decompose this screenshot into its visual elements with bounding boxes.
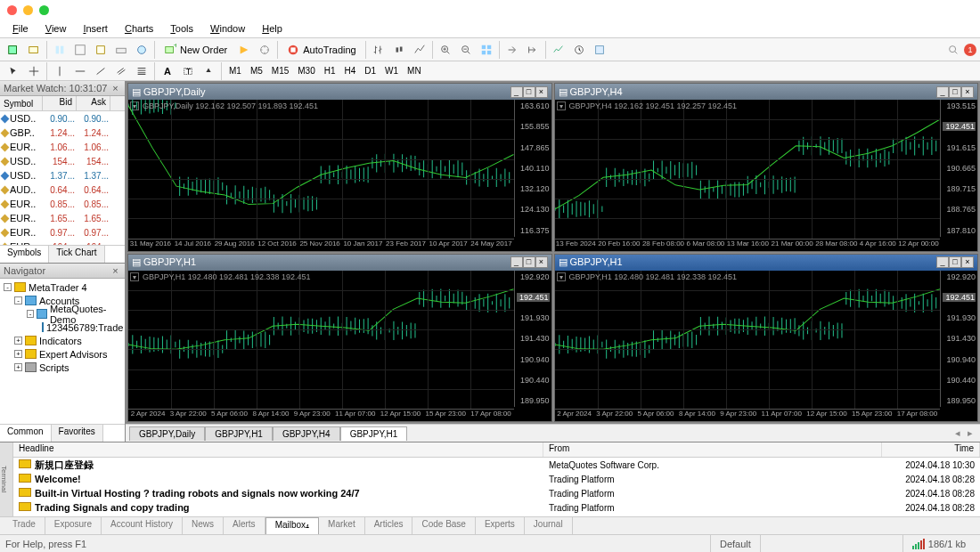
minimize-icon[interactable]: _: [510, 256, 523, 268]
arrows-icon[interactable]: [199, 61, 218, 81]
tree-item[interactable]: +Indicators: [2, 334, 123, 347]
close-dot[interactable]: [7, 5, 17, 15]
chart-canvas[interactable]: ▾ GBPJPY,Daily 192.162 192.507 191.893 1…: [128, 100, 551, 251]
col-bid[interactable]: Bid: [43, 96, 77, 110]
menu-tools[interactable]: Tools: [163, 21, 200, 36]
mail-row[interactable]: Trading Signals and copy tradingTrading …: [13, 500, 980, 515]
bar-chart-icon[interactable]: [369, 40, 388, 60]
chart-tab[interactable]: GBPJPY,H4: [273, 426, 340, 441]
terminal-list[interactable]: 新規口座登録MetaQuotes Software Corp.2024.04.1…: [13, 458, 980, 516]
notification-badge[interactable]: 1: [964, 44, 976, 56]
horizontal-line-icon[interactable]: [70, 61, 90, 81]
maximize-dot[interactable]: [39, 5, 49, 15]
minimize-icon[interactable]: _: [936, 86, 949, 98]
chart-canvas[interactable]: ▾ GBPJPY,H4 192.162 192.451 192.257 192.…: [555, 100, 978, 251]
cursor-icon[interactable]: [4, 61, 23, 81]
col-symbol[interactable]: Symbol: [0, 96, 43, 110]
symbol-row[interactable]: USD..0.90...0.90...: [0, 111, 125, 126]
navigator-tree[interactable]: -MetaTrader 4-Accounts-MetaQuotes-Demo12…: [0, 279, 125, 424]
terminal-tab-alerts[interactable]: Alerts: [224, 517, 265, 534]
minimize-icon[interactable]: _: [936, 256, 949, 268]
close-icon[interactable]: ×: [110, 83, 121, 93]
tree-item[interactable]: +Expert Advisors: [2, 347, 123, 361]
indicators-icon[interactable]: [549, 40, 568, 60]
channel-icon[interactable]: [111, 61, 131, 81]
col-headline[interactable]: Headline: [13, 442, 543, 457]
status-profile[interactable]: Default: [710, 535, 760, 552]
terminal-tab-market[interactable]: Market: [319, 517, 365, 534]
tile-windows-icon[interactable]: [477, 40, 496, 60]
zoom-out-icon[interactable]: [456, 40, 476, 60]
crosshair-icon[interactable]: [24, 61, 44, 81]
tree-item[interactable]: -MetaQuotes-Demo: [2, 307, 123, 321]
chart-window[interactable]: ▤ GBPJPY,H1 _ □ × ▾ GBPJPY,H1 192.480 19…: [127, 254, 552, 423]
chart-window[interactable]: ▤ GBPJPY,Daily _ □ × ▾ GBPJPY,Daily 192.…: [127, 83, 552, 252]
tab-scroll[interactable]: ◂: [951, 427, 964, 439]
symbol-row[interactable]: EUR..1.06...1.06...: [0, 140, 125, 154]
text-label-icon[interactable]: T: [178, 61, 198, 81]
mail-row[interactable]: 新規口座登録MetaQuotes Software Corp.2024.04.1…: [13, 458, 980, 472]
zoom-in-icon[interactable]: [436, 40, 455, 60]
navigator-icon[interactable]: [91, 40, 110, 60]
maximize-icon[interactable]: □: [949, 86, 961, 98]
templates-icon[interactable]: [590, 40, 609, 60]
chart-titlebar[interactable]: ▤ GBPJPY,H1 _ □ ×: [555, 255, 978, 271]
terminal-tab-exposure[interactable]: Exposure: [45, 517, 102, 534]
strategy-tester-icon[interactable]: [132, 40, 151, 60]
chart-window[interactable]: ▤ GBPJPY,H1 _ □ × ▾ GBPJPY,H1 192.480 19…: [554, 254, 979, 423]
candlestick-icon[interactable]: [389, 40, 409, 60]
market-watch-icon[interactable]: [50, 40, 69, 60]
timeframe-m15[interactable]: M15: [267, 63, 293, 79]
metaeditor-icon[interactable]: [234, 40, 254, 60]
menu-file[interactable]: File: [5, 21, 36, 36]
fibonacci-icon[interactable]: [132, 61, 151, 81]
text-icon[interactable]: A: [158, 61, 177, 81]
chart-titlebar[interactable]: ▤ GBPJPY,Daily _ □ ×: [128, 84, 551, 100]
col-time[interactable]: Time: [882, 442, 980, 457]
terminal-tab-codebase[interactable]: Code Base: [412, 517, 475, 534]
minimize-icon[interactable]: _: [510, 86, 523, 98]
terminal-tab-articles[interactable]: Articles: [365, 517, 413, 534]
minimize-dot[interactable]: [23, 5, 33, 15]
tab-common[interactable]: Common: [0, 425, 52, 442]
timeframe-mn[interactable]: MN: [403, 63, 426, 79]
menu-view[interactable]: View: [38, 21, 74, 36]
symbol-row[interactable]: USD..154...154...: [0, 154, 125, 168]
maximize-icon[interactable]: □: [523, 256, 535, 268]
col-from[interactable]: From: [543, 442, 882, 457]
chart-window[interactable]: ▤ GBPJPY,H4 _ □ × ▾ GBPJPY,H4 192.162 19…: [554, 83, 979, 252]
chart-titlebar[interactable]: ▤ GBPJPY,H4 _ □ ×: [555, 84, 978, 100]
menu-insert[interactable]: Insert: [76, 21, 115, 36]
status-connection[interactable]: 186/1 kb: [902, 535, 975, 552]
menu-help[interactable]: Help: [255, 21, 290, 36]
options-icon[interactable]: [255, 40, 274, 60]
symbol-row[interactable]: EUR..0.85...0.85...: [0, 197, 125, 211]
terminal-tab-journal[interactable]: Journal: [525, 517, 573, 534]
close-icon[interactable]: ×: [535, 86, 548, 98]
chart-canvas[interactable]: ▾ GBPJPY,H1 192.480 192.481 192.338 192.…: [128, 271, 551, 422]
timeframe-m1[interactable]: M1: [225, 63, 246, 79]
terminal-icon[interactable]: [111, 40, 131, 60]
tree-item[interactable]: +Scripts: [2, 361, 123, 374]
menu-charts[interactable]: Charts: [118, 21, 160, 36]
chart-titlebar[interactable]: ▤ GBPJPY,H1 _ □ ×: [128, 255, 551, 271]
timeframe-h1[interactable]: H1: [320, 63, 340, 79]
terminal-tab-accounthistory[interactable]: Account History: [102, 517, 183, 534]
symbol-row[interactable]: EUR..0.97...0.97...: [0, 225, 125, 239]
timeframe-d1[interactable]: D1: [360, 63, 380, 79]
maximize-icon[interactable]: □: [523, 86, 535, 98]
tab-symbols[interactable]: Symbols: [0, 246, 49, 263]
terminal-tab-trade[interactable]: Trade: [4, 517, 45, 534]
chart-tab[interactable]: GBPJPY,Daily: [129, 426, 205, 441]
timeframe-m30[interactable]: M30: [293, 63, 319, 79]
new-chart-icon[interactable]: [4, 40, 23, 60]
tab-scroll[interactable]: ▸: [964, 427, 976, 439]
search-icon[interactable]: [943, 40, 963, 60]
terminal-tab-news[interactable]: News: [183, 517, 224, 534]
close-icon[interactable]: ×: [961, 256, 974, 268]
mail-row[interactable]: Built-in Virtual Hosting ? trading robot…: [13, 486, 980, 500]
timeframe-h4[interactable]: H4: [340, 63, 361, 79]
close-icon[interactable]: ×: [110, 265, 121, 276]
autoscroll-icon[interactable]: [502, 40, 522, 60]
line-chart-icon[interactable]: [410, 40, 429, 60]
